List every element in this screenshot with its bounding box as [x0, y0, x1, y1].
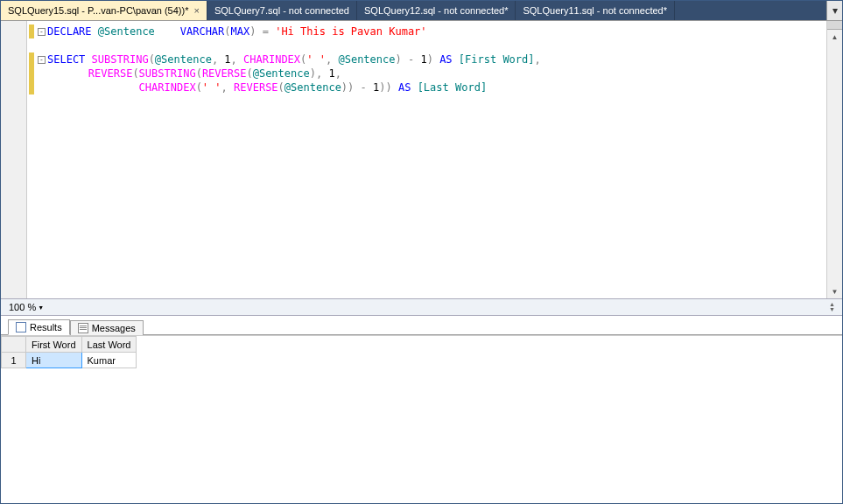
table-row[interactable]: 1 Hi Kumar — [2, 353, 137, 368]
col-header-first-word[interactable]: First Word — [26, 337, 82, 353]
results-pane: First Word Last Word 1 Hi Kumar — [1, 335, 842, 503]
line-nav-buttons[interactable]: ▲▼ — [829, 302, 835, 312]
tab-sqlquery7[interactable]: SQLQuery7.sql - not connected — [207, 1, 357, 20]
results-tab-bar: Results Messages — [1, 316, 842, 335]
tab-sqlquery12[interactable]: SQLQuery12.sql - not connected* — [357, 1, 516, 20]
editor-status-strip: 100 % ▼ ▲▼ — [1, 298, 842, 316]
scroll-down-icon[interactable]: ▼ — [827, 284, 842, 298]
mod-mark — [29, 52, 34, 94]
grid-corner[interactable] — [2, 337, 26, 353]
zoom-value: 100 % — [9, 302, 36, 312]
close-icon[interactable]: × — [193, 5, 199, 16]
chevron-down-icon: ▾ — [832, 4, 838, 17]
tab-label: SQLQuery11.sql - not connected* — [523, 5, 666, 16]
sql-editor: -DECLARE @Sentence VARCHAR(MAX) = 'Hi Th… — [1, 20, 842, 298]
outline-collapse-icon[interactable]: - — [38, 56, 46, 64]
tab-label: Results — [30, 322, 62, 332]
arrow-down-icon: ▼ — [829, 307, 835, 312]
tab-results[interactable]: Results — [8, 319, 70, 335]
results-grid[interactable]: First Word Last Word 1 Hi Kumar — [1, 336, 137, 368]
header-row: First Word Last Word — [2, 337, 137, 353]
tab-label: SQLQuery7.sql - not connected — [214, 5, 349, 16]
mod-mark — [29, 24, 34, 38]
tab-label: Messages — [92, 323, 136, 333]
tab-sqlquery15[interactable]: SQLQuery15.sql - P...van-PC\pavan (54))*… — [1, 1, 207, 20]
modification-bar — [27, 21, 36, 298]
tab-overflow-button[interactable]: ▾ — [826, 1, 842, 20]
outline-collapse-icon[interactable]: - — [38, 28, 46, 36]
zoom-dropdown[interactable]: 100 % ▼ — [4, 301, 48, 313]
scroll-up-icon[interactable]: ▲ — [827, 30, 842, 44]
tab-messages[interactable]: Messages — [70, 320, 144, 335]
tab-label: SQLQuery12.sql - not connected* — [364, 5, 508, 16]
split-grip-icon[interactable] — [827, 21, 842, 30]
col-header-last-word[interactable]: Last Word — [81, 337, 137, 353]
cell-first-word[interactable]: Hi — [26, 353, 82, 368]
code-area[interactable]: -DECLARE @Sentence VARCHAR(MAX) = 'Hi Th… — [36, 21, 826, 298]
row-number[interactable]: 1 — [2, 353, 26, 368]
editor-gutter — [1, 21, 27, 298]
tab-label: SQLQuery15.sql - P...van-PC\pavan (54))* — [8, 5, 188, 16]
chevron-down-icon: ▼ — [38, 304, 44, 311]
document-tab-bar: SQLQuery15.sql - P...van-PC\pavan (54))*… — [1, 1, 842, 20]
results-grid-icon — [16, 322, 26, 332]
cell-last-word[interactable]: Kumar — [81, 353, 137, 368]
editor-vertical-scrollbar[interactable]: ▲ ▼ — [826, 21, 842, 298]
tab-sqlquery11[interactable]: SQLQuery11.sql - not connected* — [516, 1, 674, 20]
messages-icon — [78, 323, 88, 333]
